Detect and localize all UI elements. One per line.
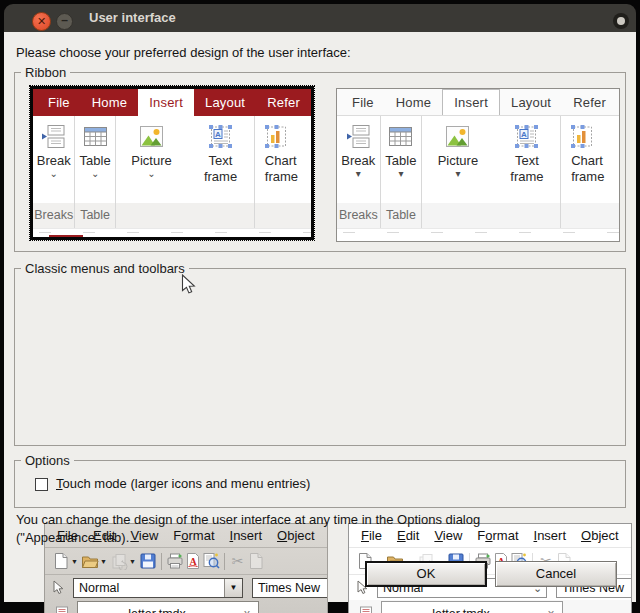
window-menu-dot-icon[interactable] [613, 13, 629, 29]
document-icon [358, 606, 373, 613]
toolbar-separator [161, 553, 162, 570]
ribbon-group-objects [116, 203, 254, 228]
break-icon [345, 123, 372, 150]
ribbon-tab-bar: File Home Insert Layout Refer [33, 89, 311, 116]
ribbon-tab-file: File [37, 89, 81, 116]
ribbon-preview-light[interactable]: File Home Insert Layout Refer Break ▾ Br… [336, 88, 620, 242]
cut-icon: ✂ [232, 553, 244, 569]
chart-frame-icon [263, 123, 290, 150]
ribbon-icon-area: Break ⌄ Breaks Table ⌄ Table [33, 116, 311, 228]
dialog-body: Please choose your preferred design of t… [4, 32, 636, 602]
new-document-icon [52, 552, 70, 570]
ribbon-tab-home: Home [385, 89, 442, 115]
footer-note: You can change the design of the user in… [16, 511, 480, 547]
tab-close-icon: x [236, 607, 258, 613]
ribbon-item-table: Table ⌄ [75, 116, 114, 203]
print-preview-icon [202, 552, 220, 570]
ribbon-icon-area: Break ▾ Breaks Table ▾ Table [337, 116, 619, 228]
ribbon-item-break: Break ⌄ [33, 116, 74, 203]
footer-note-line1: You can change the design of the user in… [16, 511, 480, 529]
classic-group-label: Classic menus and toolbars [21, 261, 189, 276]
ribbon-preview-colored[interactable]: File Home Insert Layout Refer Break ⌄ Br… [30, 86, 314, 240]
ribbon-item-textframe: Text frame [187, 116, 254, 203]
duplicate-icon [110, 552, 128, 570]
paste-icon [247, 552, 265, 570]
document-tab: letter.tmdx x × [381, 601, 563, 613]
ribbon-tab-bar: File Home Insert Layout Refer [337, 89, 619, 116]
chart-frame-icon [569, 123, 596, 150]
cancel-button[interactable]: Cancel [495, 561, 617, 587]
font-combo: Times New [252, 578, 328, 598]
picture-icon [444, 123, 471, 150]
ribbon-tab-layout: Layout [194, 89, 256, 116]
ribbon-tab-file: File [341, 89, 385, 115]
ok-button[interactable]: OK [365, 561, 487, 587]
classic-groupbox: Classic menus and toolbars File Edit Vie… [14, 268, 626, 446]
ribbon-item-break: Break ▾ [337, 116, 380, 203]
format-toolbar: Normal ▼ ⌄ Times New [45, 575, 327, 600]
ribbon-item-picture: Picture ⌄ [116, 116, 187, 203]
ribbon-tab-references: Refer [562, 89, 617, 115]
ribbon-group-breaks: Breaks [337, 203, 380, 228]
tab-close-icon: × [540, 607, 562, 613]
break-icon [40, 123, 67, 150]
print-icon [166, 552, 184, 570]
ribbon-tab-layout: Layout [500, 89, 562, 115]
dropdown-triangle-icon: ▾ [356, 169, 361, 178]
text-frame-icon [207, 123, 234, 150]
toolbar-separator [224, 553, 225, 570]
minimize-icon: – [61, 13, 68, 27]
menu-insert: Insert [534, 524, 567, 547]
titlebar[interactable]: ✕ – User interface [4, 4, 636, 32]
ribbon-preview-bottom-sliver [33, 228, 311, 238]
dropdown-triangle-icon: ▼ [100, 558, 107, 565]
menu-format: Format [477, 524, 518, 547]
menu-object: Object [581, 524, 619, 547]
dropdown-triangle-icon: ▾ [455, 169, 460, 178]
ribbon-group-breaks: Breaks [33, 203, 74, 228]
ribbon-groupbox: Ribbon File Home Insert Layout Refer Bre… [14, 72, 626, 252]
ribbon-item-chartframe: Chart frame [255, 116, 311, 203]
ribbon-tab-insert: Insert [442, 89, 500, 115]
touch-mode-label[interactable]: Touch mode (larger icons and menu entrie… [56, 476, 310, 491]
dropdown-triangle-icon: ▾ [398, 169, 403, 178]
footer-note-line2: ("Appearance" tab). [16, 529, 480, 547]
open-folder-icon [81, 552, 99, 570]
ribbon-item-table: Table ▾ [381, 116, 422, 203]
options-group-label: Options [21, 453, 74, 468]
ribbon-preview-bottom-sliver [337, 228, 619, 238]
intro-text: Please choose your preferred design of t… [16, 45, 351, 60]
ribbon-group-objects [422, 203, 560, 228]
close-button[interactable]: ✕ [32, 12, 51, 31]
picture-icon [138, 123, 165, 150]
dropdown-chevron-icon: ⌄ [91, 169, 99, 178]
ribbon-item-textframe: Text frame [494, 116, 561, 203]
combo-arrow-icon: ▼ [224, 579, 242, 597]
dropdown-triangle-icon: ▼ [129, 558, 136, 565]
minimize-button[interactable]: – [56, 13, 73, 30]
toolbar: ▼ ▼ ▼ ✂ [45, 548, 327, 575]
ribbon-group-label: Ribbon [21, 65, 70, 80]
ribbon-tab-home: Home [81, 89, 138, 116]
ribbon-tab-references: Refer [256, 89, 311, 116]
table-icon [82, 123, 109, 150]
dropdown-chevron-icon: ⌄ [147, 169, 155, 178]
document-tab: letter.tmdx x × [77, 601, 259, 613]
save-icon [139, 552, 157, 570]
ribbon-group-table: Table [381, 203, 422, 228]
ribbon-group-table: Table [75, 203, 114, 228]
ribbon-item-chartframe: Chart frame [561, 116, 619, 203]
document-tab-bar: letter.tmdx x × [349, 600, 631, 613]
dropdown-triangle-icon: ▼ [71, 558, 78, 565]
user-interface-dialog: ✕ – User interface Please choose your pr… [0, 0, 640, 613]
close-icon: ✕ [37, 15, 46, 27]
window-title: User interface [89, 4, 176, 32]
pointer-icon [52, 580, 67, 595]
document-tab-bar: letter.tmdx x × [45, 600, 327, 613]
pdf-export-icon [184, 552, 202, 570]
touch-mode-checkbox[interactable] [35, 478, 48, 491]
table-icon [387, 123, 414, 150]
options-groupbox: Options Touch mode (larger icons and men… [14, 460, 626, 508]
document-icon [54, 606, 69, 613]
text-frame-icon [513, 123, 540, 150]
